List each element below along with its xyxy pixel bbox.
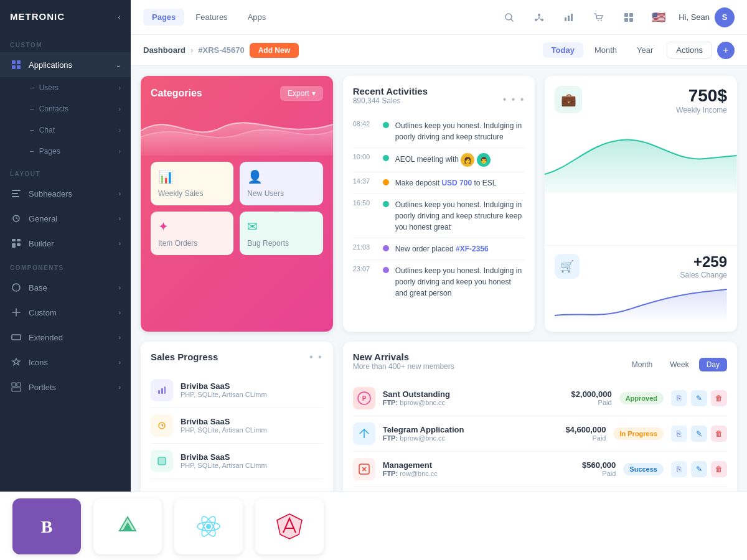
- category-item-orders[interactable]: ✦ Item Orders: [151, 212, 233, 255]
- tab-pages[interactable]: Pages: [143, 9, 184, 26]
- more-options-menu[interactable]: • •: [309, 352, 323, 363]
- sidebar-item-custom[interactable]: Custom ›: [0, 300, 131, 325]
- activity-link[interactable]: #XF-2356: [456, 245, 489, 253]
- sidebar-chat-label: Chat: [39, 126, 119, 134]
- sidebar-item-chat[interactable]: Chat ›: [20, 119, 131, 141]
- categories-title: Categories: [151, 88, 202, 99]
- arrival-row: Management FTP: row@bnc.cc $560,000 Paid…: [353, 452, 727, 487]
- copy-button[interactable]: ⎘: [671, 461, 687, 477]
- copy-button[interactable]: ⎘: [671, 426, 687, 442]
- chevron-right-icon: ›: [119, 106, 121, 113]
- grid-icon[interactable]: [619, 7, 639, 27]
- copy-button[interactable]: ⎘: [671, 390, 687, 406]
- order-icon: ✦: [158, 219, 226, 234]
- period-tab-week[interactable]: Week: [662, 358, 696, 371]
- actions-button[interactable]: Actions: [667, 42, 712, 58]
- breadcrumb-separator: ›: [190, 45, 193, 55]
- income-card: 💼 750$ Weekly Income: [545, 76, 737, 332]
- progress-name: Briviba SaaS: [181, 381, 323, 391]
- add-widget-button[interactable]: +: [717, 42, 735, 59]
- add-new-button[interactable]: Add New: [250, 43, 299, 58]
- sidebar-item-base[interactable]: Base ›: [0, 275, 131, 300]
- section-label-custom: CUSTOM: [0, 33, 131, 52]
- export-button[interactable]: Export ▾: [280, 86, 323, 101]
- base-icon: [10, 281, 22, 294]
- sidebar-item-portlets[interactable]: Portlets ›: [0, 375, 131, 399]
- period-filter-tabs: Month Week Day: [624, 358, 727, 371]
- category-bug-reports[interactable]: ✉ Bug Reports: [240, 212, 322, 255]
- svg-point-20: [541, 19, 543, 21]
- sidebar-collapse-icon[interactable]: ‹: [118, 12, 121, 22]
- svg-rect-14: [12, 383, 16, 386]
- edit-button[interactable]: ✎: [691, 390, 707, 406]
- tab-apps[interactable]: Apps: [239, 9, 275, 26]
- sidebar-item-contacts[interactable]: Contacts ›: [20, 98, 131, 119]
- arrivals-title: New Arrivals: [353, 352, 454, 362]
- sidebar-item-subheaders[interactable]: Subheaders ›: [0, 181, 131, 206]
- section-label-layout: LAYOUT: [0, 162, 131, 181]
- chart-icon[interactable]: [559, 7, 579, 27]
- progress-info: Briviba SaaS PHP, SQLite, Artisan CLimm: [181, 417, 323, 434]
- user-avatar: S: [715, 7, 735, 27]
- delete-button[interactable]: 🗑: [711, 426, 727, 442]
- react-logo[interactable]: [174, 498, 243, 554]
- activity-item: 21:03 New order placed #XF-2356: [353, 238, 525, 260]
- sidebar-applications-label: Applications: [29, 60, 116, 70]
- progress-sub: PHP, SQLite, Artisan CLimm: [181, 462, 323, 469]
- activity-time: 21:03: [353, 243, 377, 251]
- activity-time: 16:50: [353, 199, 377, 207]
- arrival-status: Paid: [553, 470, 616, 477]
- chevron-right-icon: ›: [119, 240, 121, 247]
- activity-item: 16:50 Outlines keep you honest. Indulgin…: [353, 194, 525, 238]
- sidebar-item-icons[interactable]: Icons ›: [0, 350, 131, 375]
- edit-button[interactable]: ✎: [691, 461, 707, 477]
- activity-text: AEOL meeting with 👩 👨: [395, 153, 491, 167]
- sidebar-base-label: Base: [29, 283, 119, 292]
- category-new-users[interactable]: 👤 New Users: [240, 162, 322, 205]
- period-tab-month[interactable]: Month: [624, 358, 660, 371]
- activity-dot: [383, 267, 389, 273]
- activity-dot: [383, 179, 389, 185]
- svg-point-12: [12, 284, 20, 291]
- svg-rect-1: [17, 60, 21, 64]
- more-options-menu[interactable]: • • •: [503, 94, 525, 105]
- date-tab-today[interactable]: Today: [543, 42, 583, 58]
- language-flag[interactable]: 🇺🇸: [649, 7, 669, 27]
- sidebar-item-applications[interactable]: Applications ⌄: [0, 52, 131, 77]
- sidebar-contacts-label: Contacts: [39, 105, 119, 113]
- chevron-right-icon: ›: [119, 85, 121, 91]
- sidebar-item-extended[interactable]: Extended ›: [0, 325, 131, 350]
- user-menu[interactable]: Hi, Sean S: [679, 7, 735, 27]
- arrival-amount: $560,000 Paid: [553, 460, 616, 477]
- topnav-tabs: Pages Features Apps: [143, 9, 275, 26]
- svg-rect-30: [158, 390, 160, 394]
- category-orders-label: Item Orders: [158, 239, 226, 248]
- activity-item: 14:37 Make deposit USD 700 to ESL: [353, 172, 525, 194]
- arrival-price: $4,600,000: [543, 425, 606, 434]
- sidebar-item-general[interactable]: General ›: [0, 206, 131, 231]
- activity-dot: [383, 155, 389, 161]
- angular-logo[interactable]: [255, 498, 324, 554]
- activity-link[interactable]: USD 700: [441, 179, 472, 187]
- search-icon[interactable]: [499, 7, 519, 27]
- delete-button[interactable]: 🗑: [711, 390, 727, 406]
- delete-button[interactable]: 🗑: [711, 461, 727, 477]
- activity-time: 23:07: [353, 265, 377, 273]
- svg-rect-2: [12, 65, 16, 69]
- date-tab-month[interactable]: Month: [586, 42, 626, 58]
- content-area: Categories Export ▾: [131, 66, 747, 560]
- sales-change-section: 🛒 +259 Sales Change: [545, 246, 737, 332]
- sidebar-item-pages[interactable]: Pages ›: [20, 141, 131, 162]
- vue-logo[interactable]: [131, 498, 162, 554]
- svg-rect-23: [571, 14, 573, 21]
- sidebar-item-users[interactable]: Users ›: [20, 77, 131, 98]
- date-tab-year[interactable]: Year: [628, 42, 662, 58]
- edit-button[interactable]: ✎: [691, 426, 707, 442]
- activity-text: Outlines keep you honest. Indulging in p…: [395, 265, 525, 299]
- sidebar-item-builder[interactable]: Builder ›: [0, 231, 131, 256]
- network-icon[interactable]: [529, 7, 549, 27]
- tab-features[interactable]: Features: [187, 9, 236, 26]
- period-tab-day[interactable]: Day: [699, 358, 727, 371]
- cart-icon[interactable]: [589, 7, 609, 27]
- category-weekly-sales[interactable]: 📊 Weekly Sales: [151, 162, 233, 205]
